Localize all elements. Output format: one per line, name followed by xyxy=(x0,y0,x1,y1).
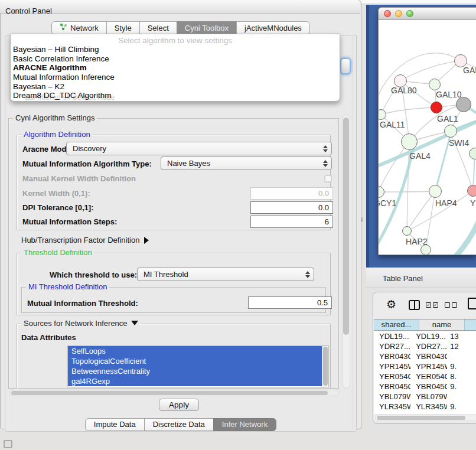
table-row[interactable]: YBL079WYBL079W xyxy=(374,392,476,402)
table-row[interactable]: YBR043CYBR043C xyxy=(374,351,476,361)
table-cell[interactable]: YIL052C xyxy=(410,412,447,414)
table-cell[interactable]: YDL19... xyxy=(410,331,447,341)
table-cell[interactable]: YIL052C xyxy=(374,412,410,414)
bottom-tab-discretize-data[interactable]: Discretize Data xyxy=(144,418,214,431)
attribute-item-topologicalcoefficient[interactable]: TopologicalCoefficient xyxy=(68,356,322,366)
network-node[interactable] xyxy=(420,244,431,255)
attributes-scrollbar[interactable] xyxy=(322,346,328,387)
network-canvas[interactable]: GALGAL80GAL10GAL1GAL11GAL4SWI4GCY1HAP4YH… xyxy=(379,21,476,255)
manual-kernel-width-checkbox[interactable] xyxy=(324,175,332,182)
algorithm-option-bayesian-k2[interactable]: Bayesian – K2 xyxy=(11,82,340,92)
select-all-checkboxes-icon[interactable]: ✓✓ xyxy=(426,302,438,308)
table-cell[interactable] xyxy=(447,392,476,402)
tab-network[interactable]: Network xyxy=(51,21,107,35)
attribute-item-selfloops[interactable]: SelfLoops xyxy=(68,346,322,356)
network-node-swi4[interactable] xyxy=(444,125,457,138)
table-cell[interactable] xyxy=(447,351,476,361)
mi-steps-field[interactable]: 6 xyxy=(250,216,333,228)
column-header-name[interactable]: name xyxy=(419,319,465,330)
attribute-item-gal4rgexp[interactable]: gal4RGexp xyxy=(68,376,322,386)
settings-horizontal-scrollbar[interactable] xyxy=(9,390,339,396)
table-cell[interactable]: YLR345W xyxy=(410,402,447,412)
algorithm-option-basic-correlation-inference[interactable]: Basic Correlation Inference xyxy=(11,54,340,64)
network-window-titlebar[interactable] xyxy=(379,8,476,20)
table-cell[interactable]: 13 xyxy=(447,331,476,341)
settings-vertical-scrollbar[interactable] xyxy=(342,115,350,389)
network-node-gal4[interactable] xyxy=(401,133,418,150)
scrollbar-thumb[interactable] xyxy=(343,118,349,335)
table-cell[interactable]: YPR145W xyxy=(410,361,447,371)
data-attributes-list[interactable]: SelfLoopsTopologicalCoefficientBetweenne… xyxy=(67,345,329,387)
new-table-icon[interactable] xyxy=(468,298,476,309)
table-row[interactable]: YLR345WYLR345W9. xyxy=(374,402,476,412)
bottom-tab-infer-network[interactable]: Infer Network xyxy=(213,418,276,431)
table-cell[interactable]: 9. xyxy=(447,412,476,414)
table-cell[interactable]: YBR045C xyxy=(410,381,447,392)
table-cell[interactable]: 9. xyxy=(447,402,476,412)
network-node-gal10[interactable] xyxy=(429,79,441,90)
column-header-shared[interactable]: shared... xyxy=(374,319,419,330)
scrollbar-thumb[interactable] xyxy=(323,347,328,386)
dpi-tolerance-field[interactable]: 0.0 xyxy=(250,201,333,214)
table-cell[interactable]: 9. xyxy=(447,381,476,392)
scrollbar-thumb[interactable] xyxy=(11,391,328,395)
table-cell[interactable]: YDR27... xyxy=(374,341,410,351)
table-cell[interactable]: YLR345W xyxy=(374,402,410,412)
minimized-panel-icon[interactable] xyxy=(4,440,12,448)
table-cell[interactable]: 12 xyxy=(447,341,476,351)
network-view-window[interactable]: GALGAL80GAL10GAL1GAL11GAL4SWI4GCY1HAP4YH… xyxy=(378,7,476,255)
network-node-hap2[interactable] xyxy=(402,226,412,236)
table-cell[interactable]: YBL079W xyxy=(410,392,447,402)
attribute-item-betweennesscentrality[interactable]: BetweennessCentrality xyxy=(68,366,322,376)
minimize-traffic-light[interactable] xyxy=(395,10,402,17)
table-cell[interactable]: 9. xyxy=(447,361,476,371)
hub-definition-disclosure[interactable]: Hub/Transcription Factor Definition xyxy=(21,236,149,244)
tab-select[interactable]: Select xyxy=(139,21,177,35)
tab-cyni-toolbox[interactable]: Cyni Toolbox xyxy=(177,21,237,35)
scrollbar-thumb[interactable] xyxy=(377,416,465,420)
table-cell[interactable]: YDR27... xyxy=(410,341,447,351)
table-cell[interactable]: YBR043C xyxy=(374,351,410,361)
tab-jactivemnodules[interactable]: jActiveMNodules xyxy=(236,21,310,35)
table-cell[interactable]: YDL19... xyxy=(374,331,410,341)
table-row[interactable]: YPR145WYPR145W9. xyxy=(374,361,476,371)
tab-style[interactable]: Style xyxy=(106,21,140,35)
algorithm-option-bayesian-hill-climbing[interactable]: Bayesian – Hill Climbing xyxy=(11,45,340,54)
zoom-traffic-light[interactable] xyxy=(406,10,413,17)
table-cell[interactable]: YBR045C xyxy=(374,381,410,392)
bottom-tab-impute-data[interactable]: Impute Data xyxy=(85,418,145,431)
mi-threshold-field[interactable]: 0.5 xyxy=(248,296,332,309)
show-columns-icon[interactable] xyxy=(409,300,420,310)
table-row[interactable]: YBR045CYBR045C9. xyxy=(374,381,476,392)
background-combo-arrow-button[interactable] xyxy=(340,58,351,74)
table-cell[interactable]: 8. xyxy=(447,371,476,381)
column-header-a[interactable]: A xyxy=(465,319,476,330)
splitter-handle[interactable] xyxy=(361,217,363,222)
algorithm-option-aracne-algorithm[interactable]: ARACNE Algorithm xyxy=(11,63,340,73)
kernel-width-field[interactable]: 0.0 xyxy=(250,187,333,200)
mi-algorithm-type-combo[interactable]: Naive Bayes xyxy=(161,156,332,170)
network-node-hap4[interactable] xyxy=(429,185,442,198)
apply-button[interactable]: Apply xyxy=(159,399,199,411)
network-node-y[interactable] xyxy=(467,185,476,197)
network-node[interactable] xyxy=(456,97,471,112)
gear-icon[interactable]: ⚙ xyxy=(386,299,396,310)
table-horizontal-scrollbar[interactable] xyxy=(375,415,476,421)
table-row[interactable]: YDR27...YDR27...12 xyxy=(374,341,476,351)
aracne-mode-combo[interactable]: Discovery xyxy=(66,142,332,155)
table-cell[interactable]: YBR043C xyxy=(410,351,447,361)
close-traffic-light[interactable] xyxy=(384,10,391,17)
table-row[interactable]: YDL19...YDL19...13 xyxy=(374,331,476,341)
network-node-gal1[interactable] xyxy=(431,102,442,113)
which-threshold-combo[interactable]: MI Threshold xyxy=(137,268,314,281)
table-cell[interactable]: YPR145W xyxy=(374,361,410,371)
table-cell[interactable]: YBL079W xyxy=(374,392,410,402)
deselect-all-checkboxes-icon[interactable] xyxy=(445,302,457,308)
table-cell[interactable]: YER054C xyxy=(374,371,410,381)
table-row[interactable]: YER054CYER054C8. xyxy=(374,371,476,381)
algorithm-option-dream8-dc-tdc-algorithm[interactable]: Dream8 DC_TDC Algorithm xyxy=(11,91,340,100)
sources-title-disclosure[interactable]: Sources for Network Inference xyxy=(21,319,141,328)
algorithm-option-mutual-information-inference[interactable]: Mutual Information Inference xyxy=(11,73,340,82)
table-row[interactable]: YIL052CYIL052C9. xyxy=(374,412,476,414)
table-cell[interactable]: YER054C xyxy=(410,371,447,381)
